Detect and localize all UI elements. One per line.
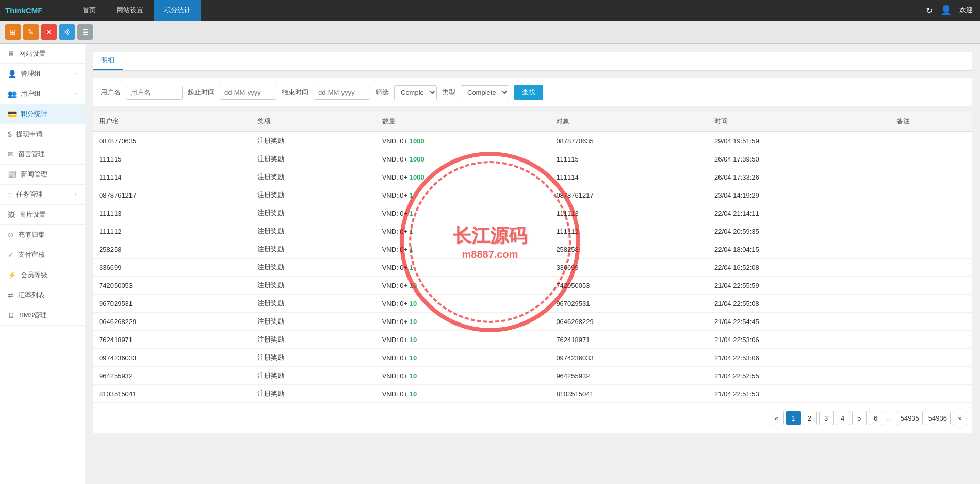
col-header-username: 用户名 — [93, 111, 251, 132]
cell-username: 967029531 — [93, 295, 251, 313]
filter-select[interactable]: Comple — [394, 85, 437, 100]
cell-username: 111114 — [93, 168, 251, 186]
pagination-page-5[interactable]: 5 — [852, 411, 867, 425]
cell-target: 8103515041 — [550, 385, 708, 403]
sidebar-item-tasks[interactable]: ≡ 任务管理 › — [0, 185, 85, 205]
username-label: 用户名 — [101, 88, 121, 97]
cell-time: 22/04 16:52:08 — [708, 259, 890, 277]
cell-reward: 注册奖励 — [251, 240, 376, 259]
refresh-icon[interactable]: ↻ — [926, 6, 933, 15]
sidebar-item-messages[interactable]: ✉ 留言管理 — [0, 144, 85, 165]
cell-time: 21/04 22:55:59 — [708, 277, 890, 295]
cell-target: 0878761217 — [550, 186, 708, 204]
sidebar-label-user-group: 用户组 — [21, 89, 41, 99]
brand: ThinkCMF — [5, 6, 57, 15]
col-header-target: 对象 — [550, 111, 708, 132]
toolbar-edit-btn[interactable]: ✎ — [23, 24, 39, 40]
end-time-input[interactable] — [314, 86, 370, 100]
sidebar-label-recharge: 充值归集 — [18, 230, 45, 239]
cell-amount: VND: 0+ 10 — [376, 349, 550, 367]
recharge-icon: ⊙ — [8, 231, 14, 239]
pagination-page-54936[interactable]: 54936 — [925, 411, 951, 425]
table-row: 0878770635 注册奖励 VND: 0+ 1000 0878770635 … — [93, 132, 972, 150]
message-icon: ✉ — [8, 150, 14, 158]
toolbar-add-btn[interactable]: ⊞ — [5, 24, 21, 40]
start-time-input[interactable] — [220, 86, 276, 100]
search-button[interactable]: 查找 — [514, 85, 543, 100]
cell-target: 111114 — [550, 168, 708, 186]
pagination-page-54935[interactable]: 54935 — [897, 411, 923, 425]
chevron-right-icon-2: › — [75, 91, 77, 97]
sidebar-label-vip: 会员等级 — [21, 270, 47, 280]
sidebar-item-vip[interactable]: ⚡ 会员等级 — [0, 265, 85, 285]
col-header-note: 备注 — [890, 111, 972, 132]
pagination-page-2[interactable]: 2 — [803, 411, 817, 425]
toolbar-settings-btn[interactable]: ⚙ — [59, 24, 75, 40]
cell-target: 967029531 — [550, 295, 708, 313]
type-label: 类型 — [442, 88, 455, 97]
cell-username: 0974236033 — [93, 349, 251, 367]
dollar-icon: $ — [8, 130, 12, 138]
data-table: 用户名 奖项 数量 对象 时间 备注 0878770635 注册奖励 VND: … — [93, 111, 972, 433]
filter-label: 筛选 — [375, 88, 389, 97]
cell-time: 22/04 18:04:15 — [708, 240, 890, 259]
sidebar-item-exchange[interactable]: ⇄ 汇率列表 — [0, 285, 85, 305]
cell-time: 21/04 22:54:45 — [708, 313, 890, 331]
sidebar-item-user-group[interactable]: 👥 用户组 › — [0, 84, 85, 104]
toolbar-delete-btn[interactable]: ✕ — [41, 24, 57, 40]
sidebar-item-news[interactable]: 📰 新闻管理 — [0, 165, 85, 185]
nav-item-home[interactable]: 首页 — [72, 0, 106, 21]
cell-username: 0878761217 — [93, 186, 251, 204]
main-content: 明细 用户名 起止时间 结束时间 筛选 Comple 类型 Complete 查… — [85, 44, 980, 484]
cell-note — [890, 168, 972, 186]
sidebar-item-sms[interactable]: 🖥 SMS管理 — [0, 305, 85, 326]
nav-item-points[interactable]: 积分统计 — [154, 0, 201, 21]
pagination-page-6[interactable]: 6 — [869, 411, 883, 425]
cell-target: 762418971 — [550, 331, 708, 349]
sidebar-item-withdrawal[interactable]: $ 提现申请 — [0, 124, 85, 144]
sidebar-item-admin-group[interactable]: 👤 管理组 › — [0, 64, 85, 84]
pagination-prev[interactable]: « — [770, 411, 784, 425]
table-row: 742050053 注册奖励 VND: 0+ 10 742050053 21/0… — [93, 277, 972, 295]
top-nav: ThinkCMF 首页 网站设置 积分统计 ↻ 👤 欢迎. — [0, 0, 980, 21]
cell-note — [890, 150, 972, 168]
cell-amount: VND: 0+ 1 — [376, 222, 550, 240]
sidebar-item-points-stats[interactable]: 💳 积分统计 — [0, 104, 85, 124]
sidebar-item-website-settings[interactable]: 🖥 网站设置 — [0, 44, 85, 64]
nav-item-settings[interactable]: 网站设置 — [106, 0, 154, 21]
pagination-page-4[interactable]: 4 — [836, 411, 850, 425]
toolbar-list-btn[interactable]: ☰ — [77, 24, 93, 40]
vip-icon: ⚡ — [8, 271, 17, 279]
sidebar-item-recharge[interactable]: ⊙ 充值归集 — [0, 225, 85, 245]
col-header-reward: 奖项 — [251, 111, 376, 132]
table-row: 0878761217 注册奖励 VND: 0+ 1 0878761217 23/… — [93, 186, 972, 204]
pagination-page-1[interactable]: 1 — [786, 411, 801, 425]
table-row: 336699 注册奖励 VND: 0+ 1 336699 22/04 16:52… — [93, 259, 972, 277]
sidebar-item-payment[interactable]: ✓ 支付审核 — [0, 245, 85, 265]
cell-amount: VND: 0+ 1 — [376, 259, 550, 277]
col-header-amount: 数量 — [376, 111, 550, 132]
cell-reward: 注册奖励 — [251, 277, 376, 295]
user-avatar-icon: 👤 — [940, 5, 952, 16]
pagination-next[interactable]: » — [953, 411, 967, 425]
cell-time: 26/04 17:33:26 — [708, 168, 890, 186]
cell-note — [890, 313, 972, 331]
sidebar-item-images[interactable]: 🖼 图片设置 — [0, 205, 85, 225]
table-row: 964255932 注册奖励 VND: 0+ 10 964255932 21/0… — [93, 367, 972, 385]
username-input[interactable] — [126, 86, 183, 100]
cell-amount: VND: 0+ 1 — [376, 186, 550, 204]
sidebar-label-tasks: 任务管理 — [16, 190, 43, 199]
cell-time: 21/04 22:51:53 — [708, 385, 890, 403]
cell-username: 0878770635 — [93, 132, 251, 150]
pagination-page-3[interactable]: 3 — [819, 411, 834, 425]
sms-icon: 🖥 — [8, 311, 15, 319]
cell-amount: VND: 0+ 1000 — [376, 132, 550, 150]
cell-reward: 注册奖励 — [251, 168, 376, 186]
sidebar-label-sms: SMS管理 — [19, 311, 47, 320]
cell-target: 111112 — [550, 222, 708, 240]
cell-username: 964255932 — [93, 367, 251, 385]
users-icon: 👥 — [8, 90, 17, 98]
nav-right: ↻ 👤 欢迎. — [926, 5, 975, 16]
type-select[interactable]: Complete — [461, 85, 509, 100]
tab-detail[interactable]: 明细 — [93, 52, 123, 70]
